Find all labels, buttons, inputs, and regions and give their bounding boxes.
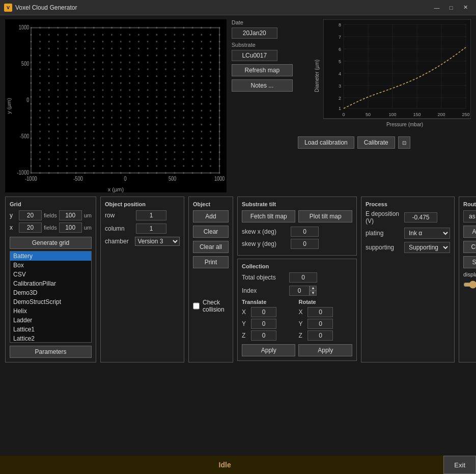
chart-y-axis-label: Diameter (µm): [314, 60, 320, 92]
substrate-group: Substrate: [232, 42, 293, 61]
svg-text:1: 1: [339, 106, 341, 111]
collection-title: Collection: [242, 263, 352, 269]
grid-x-um-input[interactable]: [59, 222, 82, 233]
list-item[interactable]: CSV: [10, 270, 91, 279]
supporting-select[interactable]: Supporting α Supporting β Supporting γ: [404, 242, 450, 253]
chart-expand-button[interactable]: ⊡: [398, 136, 410, 149]
index-up-arrow[interactable]: ▲: [310, 286, 317, 291]
total-objects-row: Total objects: [242, 272, 352, 283]
minimize-button[interactable]: —: [430, 3, 443, 13]
map-canvas: [5, 19, 227, 192]
fetch-tilt-map-button[interactable]: Fetch tilt map: [242, 210, 296, 222]
plot-tilt-map-button[interactable]: Plot tilt map: [298, 210, 352, 222]
skew-y-input[interactable]: [291, 239, 319, 249]
load-calibration-button[interactable]: Load calibration: [298, 136, 354, 149]
total-objects-input[interactable]: [289, 272, 317, 283]
display-speed-slider[interactable]: [463, 281, 476, 289]
rotate-title: Rotate: [298, 299, 352, 305]
substrate-tilt-panel: Substrate tilt Fetch tilt map Plot tilt …: [237, 197, 357, 256]
list-item[interactable]: DemoStructScript: [10, 297, 91, 306]
index-down-arrow[interactable]: ▼: [310, 291, 317, 296]
rotate-z-input[interactable]: [307, 330, 333, 341]
e-deposition-row: E deposition (V): [366, 210, 450, 225]
chamber-row: chamber Version 3 Version 1 Version 2 Ve…: [105, 237, 180, 246]
print-button[interactable]: Print: [193, 256, 229, 268]
calibrate-button[interactable]: Calibrate: [357, 136, 395, 149]
grid-y-um-input[interactable]: [59, 210, 82, 220]
translate-y-label: Y: [242, 320, 249, 327]
total-objects-label: Total objects: [242, 274, 285, 281]
grid-x-label: x: [10, 224, 17, 231]
svg-text:8: 8: [339, 22, 341, 27]
tilt-buttons: Fetch tilt map Plot tilt map: [242, 210, 352, 222]
svg-text:200: 200: [437, 112, 445, 117]
translate-z-input[interactable]: [251, 330, 276, 341]
trans-rot-section: Translate X Y Z Apply: [242, 299, 352, 356]
object-listbox[interactable]: BatteryBoxCSVCalibrationPillarDemo3DDemo…: [10, 251, 92, 343]
routing-title: Routing: [463, 201, 476, 207]
e-deposition-label: E deposition (V): [366, 210, 401, 225]
rotate-apply-button[interactable]: Apply: [298, 344, 352, 356]
svg-text:100: 100: [388, 112, 396, 117]
um-label-x: um: [84, 225, 92, 231]
grid-panel: Grid y fields um x fields um Generate gr…: [5, 197, 96, 363]
app-icon: V: [4, 4, 12, 12]
translate-x-input[interactable]: [251, 307, 276, 317]
maximize-button[interactable]: □: [444, 3, 458, 13]
index-label: Index: [242, 287, 285, 294]
list-item[interactable]: Box: [10, 261, 91, 270]
rotate-y-input[interactable]: [307, 319, 333, 329]
svg-text:50: 50: [366, 112, 371, 117]
grid-x-row: x fields um: [10, 222, 92, 233]
routing-show-button[interactable]: Show: [463, 256, 476, 268]
chamber-select[interactable]: Version 3 Version 1 Version 2 Version 4: [135, 237, 180, 246]
status-text: Idle: [6, 461, 443, 469]
chart-wrapper: 8 7 6 5 4 3 2 1 0 50 100 150 200: [323, 19, 471, 131]
rotate-y-label: Y: [298, 320, 305, 327]
routing-apply-button[interactable]: Apply: [463, 226, 476, 238]
routing-check-row: Check: [463, 241, 476, 253]
check-collision-checkbox[interactable]: [193, 302, 200, 310]
generate-grid-button[interactable]: Generate grid: [10, 237, 92, 249]
tilt-title: Substrate tilt: [242, 201, 352, 207]
add-button[interactable]: Add: [193, 210, 229, 222]
e-deposition-input[interactable]: [404, 212, 437, 222]
grid-x-fields-input[interactable]: [19, 222, 42, 233]
column-row: column: [105, 224, 180, 234]
status-bar: Idle Exit: [0, 456, 476, 474]
object-position-panel: Object position row column chamber Versi…: [100, 197, 184, 363]
notes-button[interactable]: Notes ...: [232, 79, 293, 92]
routing-check-button[interactable]: Check: [463, 241, 476, 253]
column-input[interactable]: [136, 224, 166, 234]
clear-button[interactable]: Clear: [193, 226, 229, 238]
collection-panel: Collection Total objects Index ▲ ▼: [237, 259, 357, 361]
list-item[interactable]: Lattice1: [10, 325, 91, 334]
parameters-button[interactable]: Parameters: [10, 346, 92, 358]
translate-y-input[interactable]: [251, 319, 276, 329]
list-item[interactable]: Ladder: [10, 316, 91, 325]
svg-text:250: 250: [462, 112, 469, 117]
index-input[interactable]: [289, 286, 310, 296]
list-item[interactable]: Battery: [10, 252, 91, 261]
close-button[interactable]: ✕: [459, 3, 472, 13]
row-input[interactable]: [136, 210, 166, 220]
refresh-map-button[interactable]: Refresh map: [232, 64, 293, 76]
object-position-title: Object position: [105, 201, 180, 207]
clear-all-button[interactable]: Clear all: [193, 241, 229, 253]
exit-button[interactable]: Exit: [443, 456, 476, 474]
substrate-input[interactable]: [232, 50, 277, 61]
rotate-x-input[interactable]: [307, 307, 333, 317]
list-item[interactable]: Helix: [10, 306, 91, 316]
list-item[interactable]: CalibrationPillar: [10, 279, 91, 288]
chamber-label: chamber: [105, 238, 132, 245]
grid-y-fields-input[interactable]: [19, 210, 42, 220]
plating-select[interactable]: Ink α Ink β Ink γ: [404, 228, 450, 239]
supporting-label: supporting: [366, 244, 401, 251]
list-item[interactable]: Lattice2: [10, 334, 91, 343]
date-input[interactable]: [232, 27, 277, 39]
list-item[interactable]: Demo3D: [10, 288, 91, 297]
chart-area: Diameter (µm): [298, 19, 471, 149]
routing-select[interactable]: as generated optimized manual: [463, 210, 476, 222]
translate-apply-button[interactable]: Apply: [242, 344, 296, 356]
skew-x-input[interactable]: [291, 227, 319, 237]
